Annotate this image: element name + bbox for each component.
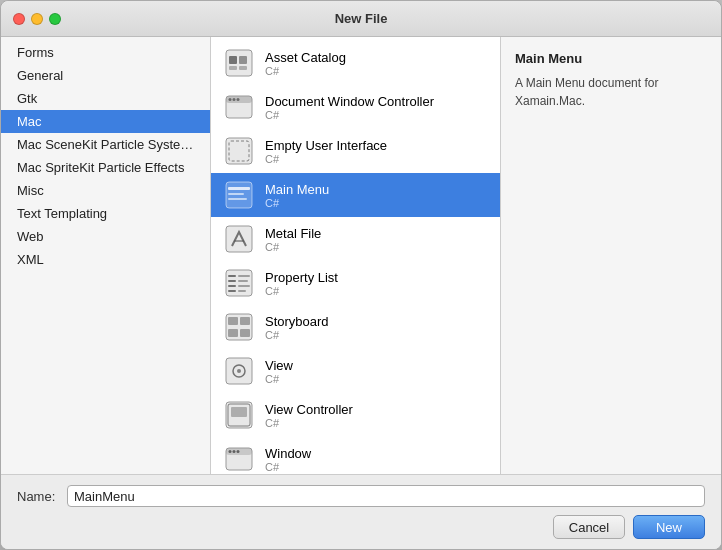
file-list: Asset CatalogC# Document Window Controll…	[211, 37, 501, 474]
name-input[interactable]	[67, 485, 705, 507]
svg-point-41	[233, 450, 236, 453]
file-item-storyboard[interactable]: StoryboardC#	[211, 305, 500, 349]
svg-rect-26	[238, 290, 246, 292]
window-title: New File	[335, 11, 388, 26]
file-sub-view: C#	[265, 373, 293, 385]
minimize-button[interactable]	[31, 13, 43, 25]
sidebar-item-mac-scenekit[interactable]: Mac SceneKit Particle Systems	[1, 133, 210, 156]
file-sub-main-menu: C#	[265, 197, 329, 209]
detail-panel: Main Menu A Main Menu document for Xamai…	[501, 37, 721, 474]
maximize-button[interactable]	[49, 13, 61, 25]
content-area: FormsGeneralGtkMacMac SceneKit Particle …	[1, 37, 721, 474]
file-icon-metal-file	[223, 223, 255, 255]
svg-rect-1	[229, 56, 237, 64]
file-item-document-window-controller[interactable]: Document Window ControllerC#	[211, 85, 500, 129]
file-sub-property-list: C#	[265, 285, 338, 297]
file-sub-document-window-controller: C#	[265, 109, 434, 121]
sidebar-item-forms[interactable]: Forms	[1, 41, 210, 64]
file-sub-metal-file: C#	[265, 241, 321, 253]
name-label: Name:	[17, 489, 57, 504]
close-button[interactable]	[13, 13, 25, 25]
file-name-window: Window	[265, 446, 311, 461]
svg-rect-18	[226, 270, 252, 296]
file-icon-window	[223, 443, 255, 474]
titlebar: New File	[1, 1, 721, 37]
file-name-main-menu: Main Menu	[265, 182, 329, 197]
file-sub-window: C#	[265, 461, 311, 473]
svg-rect-25	[228, 290, 236, 292]
file-item-metal-file[interactable]: Metal FileC#	[211, 217, 500, 261]
file-item-asset-catalog[interactable]: Asset CatalogC#	[211, 41, 500, 85]
svg-point-7	[229, 98, 232, 101]
svg-rect-30	[228, 329, 238, 337]
file-icon-storyboard	[223, 311, 255, 343]
svg-point-9	[237, 98, 240, 101]
detail-title: Main Menu	[515, 51, 707, 66]
sidebar-item-misc[interactable]: Misc	[1, 179, 210, 202]
button-row: Cancel New	[17, 515, 705, 539]
file-item-view[interactable]: ViewC#	[211, 349, 500, 393]
sidebar-item-gtk[interactable]: Gtk	[1, 87, 210, 110]
sidebar-item-general[interactable]: General	[1, 64, 210, 87]
sidebar: FormsGeneralGtkMacMac SceneKit Particle …	[1, 37, 211, 474]
file-icon-empty-user-interface	[223, 135, 255, 167]
sidebar-item-web[interactable]: Web	[1, 225, 210, 248]
file-name-asset-catalog: Asset Catalog	[265, 50, 346, 65]
file-sub-empty-user-interface: C#	[265, 153, 387, 165]
file-icon-property-list	[223, 267, 255, 299]
svg-rect-2	[239, 56, 247, 64]
file-name-document-window-controller: Document Window Controller	[265, 94, 434, 109]
svg-rect-22	[238, 280, 248, 282]
file-sub-storyboard: C#	[265, 329, 329, 341]
file-sub-view-controller: C#	[265, 417, 353, 429]
sidebar-item-text-templating[interactable]: Text Templating	[1, 202, 210, 225]
svg-rect-23	[228, 285, 236, 287]
file-item-main-menu[interactable]: Main MenuC#	[211, 173, 500, 217]
file-name-metal-file: Metal File	[265, 226, 321, 241]
svg-rect-19	[228, 275, 236, 277]
cancel-button[interactable]: Cancel	[553, 515, 625, 539]
svg-rect-13	[228, 187, 250, 190]
svg-rect-4	[239, 66, 247, 70]
new-button[interactable]: New	[633, 515, 705, 539]
file-icon-asset-catalog	[223, 47, 255, 79]
file-icon-view-controller	[223, 399, 255, 431]
sidebar-item-mac-spritekit[interactable]: Mac SpriteKit Particle Effects	[1, 156, 210, 179]
svg-rect-3	[229, 66, 237, 70]
svg-point-34	[237, 369, 241, 373]
file-item-window[interactable]: WindowC#	[211, 437, 500, 474]
file-item-view-controller[interactable]: View ControllerC#	[211, 393, 500, 437]
traffic-lights	[13, 13, 61, 25]
svg-rect-14	[228, 193, 244, 195]
file-icon-main-menu	[223, 179, 255, 211]
svg-rect-37	[231, 407, 247, 417]
detail-description: A Main Menu document for Xamain.Mac.	[515, 74, 707, 110]
svg-rect-29	[240, 317, 250, 325]
file-name-view: View	[265, 358, 293, 373]
file-item-empty-user-interface[interactable]: Empty User InterfaceC#	[211, 129, 500, 173]
svg-rect-15	[228, 198, 247, 200]
file-name-storyboard: Storyboard	[265, 314, 329, 329]
new-file-dialog: New File FormsGeneralGtkMacMac SceneKit …	[0, 0, 722, 550]
svg-point-40	[229, 450, 232, 453]
svg-rect-20	[238, 275, 250, 277]
svg-rect-31	[240, 329, 250, 337]
svg-rect-24	[238, 285, 250, 287]
file-name-property-list: Property List	[265, 270, 338, 285]
file-icon-document-window-controller	[223, 91, 255, 123]
sidebar-item-xml[interactable]: XML	[1, 248, 210, 271]
file-sub-asset-catalog: C#	[265, 65, 346, 77]
file-icon-view	[223, 355, 255, 387]
file-name-empty-user-interface: Empty User Interface	[265, 138, 387, 153]
svg-rect-21	[228, 280, 236, 282]
svg-point-8	[233, 98, 236, 101]
sidebar-item-mac[interactable]: Mac	[1, 110, 210, 133]
name-row: Name:	[17, 485, 705, 507]
file-name-view-controller: View Controller	[265, 402, 353, 417]
bottom-bar: Name: Cancel New	[1, 474, 721, 549]
svg-point-42	[237, 450, 240, 453]
svg-rect-28	[228, 317, 238, 325]
file-item-property-list[interactable]: Property ListC#	[211, 261, 500, 305]
